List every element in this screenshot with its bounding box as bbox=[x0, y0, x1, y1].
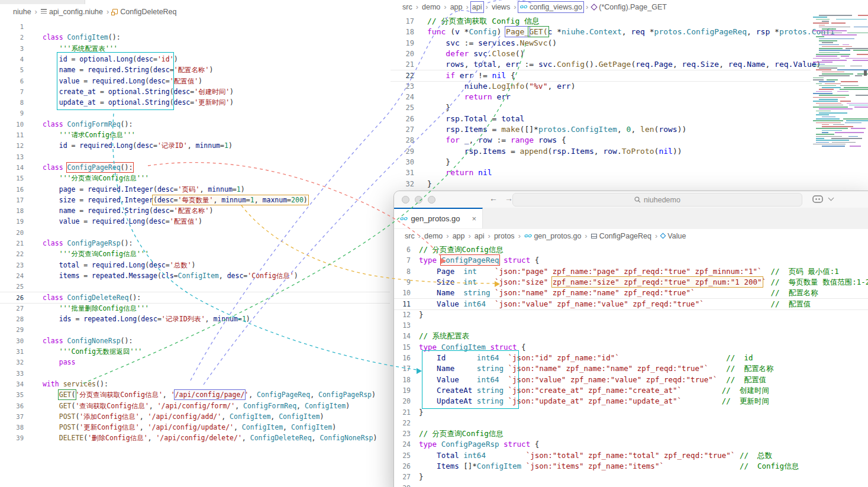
code-line: } bbox=[419, 472, 424, 482]
go-file-icon: GO bbox=[400, 216, 407, 221]
code-area[interactable]: 6// 分页查询Config信息7type ConfigPageReq stru… bbox=[394, 243, 868, 487]
code-line: create_at = optional.String(desc='创建时间') bbox=[43, 86, 234, 97]
line-number: 23 bbox=[391, 81, 414, 92]
forward-button[interactable]: → bbox=[505, 193, 513, 203]
line-number: 15 bbox=[0, 173, 24, 183]
code-line: GET('查询获取Config信息', '/api/config/form/',… bbox=[43, 401, 350, 411]
breadcrumb-item-gen-protos-go[interactable]: GOgen_protos.go bbox=[524, 232, 581, 240]
tab-gen-protos[interactable]: GO gen_protos.go × bbox=[394, 208, 483, 228]
code-line: } bbox=[419, 407, 424, 418]
maximize-window-button[interactable] bbox=[428, 196, 435, 204]
line-number: 28 bbox=[394, 483, 411, 487]
breadcrumb-item-demo[interactable]: demo bbox=[424, 232, 443, 240]
breadcrumb-separator: › bbox=[488, 231, 491, 240]
code-line: '''分页查询Config信息''' bbox=[43, 173, 149, 183]
go-icon: GO bbox=[524, 233, 531, 238]
code-line: ids = repeated.Long(desc='记录ID列表', minnu… bbox=[43, 314, 250, 324]
floating-editor-window: ← → niuhedemo GO gen_protos.go × src›dem… bbox=[393, 191, 868, 487]
file-lines-icon bbox=[41, 9, 47, 14]
annotation-box-green: GET( bbox=[529, 27, 547, 36]
code-line: niuhe.LogInfo("%v", err) bbox=[427, 81, 576, 92]
tab-label: gen_protos.go bbox=[411, 214, 460, 223]
breadcrumb-item--config-page-get[interactable]: (*Config).Page_GET bbox=[592, 3, 667, 11]
breadcrumb-separator: › bbox=[486, 2, 488, 11]
close-window-button[interactable] bbox=[402, 196, 409, 204]
line-number: 25 bbox=[0, 281, 24, 292]
breadcrumb-separator: › bbox=[518, 231, 521, 240]
code-line: type ConfigPageRsp struct { bbox=[419, 439, 539, 450]
line-number: 26 bbox=[0, 292, 24, 303]
code-line: '''请求Config信息''' bbox=[43, 130, 135, 140]
code-line: '''系统配置表''' bbox=[43, 43, 118, 54]
breadcrumb-item-src[interactable]: src bbox=[402, 3, 412, 11]
close-tab-icon[interactable]: × bbox=[472, 214, 476, 223]
minimap[interactable] bbox=[812, 15, 866, 150]
line-number: 28 bbox=[391, 135, 414, 146]
struct-icon bbox=[591, 234, 597, 238]
scrollbar-marker[interactable] bbox=[864, 70, 867, 76]
line-number: 6 bbox=[0, 76, 24, 86]
line-number: 22 bbox=[391, 70, 414, 81]
annotation-box-purple: Page_ bbox=[506, 27, 529, 36]
code-line: Name string `json:"name" zpf_name:"name"… bbox=[419, 288, 818, 298]
breadcrumb-item-api[interactable]: api bbox=[472, 3, 482, 11]
line-number: 19 bbox=[0, 216, 24, 227]
go-icon: GO bbox=[519, 4, 527, 9]
breadcrumb-item-protos[interactable]: protos bbox=[494, 232, 515, 240]
line-number: 23 bbox=[394, 428, 411, 439]
breadcrumb-item-api-config-niuhe[interactable]: api_config.niuhe bbox=[41, 8, 103, 16]
line-number: 19 bbox=[391, 38, 414, 49]
code-line: total = required.Long(desc='总数') bbox=[43, 260, 196, 270]
code-line: '''Config无数据返回''' bbox=[43, 346, 142, 357]
copilot-icon[interactable] bbox=[812, 194, 824, 205]
line-number: 7 bbox=[394, 255, 411, 266]
breadcrumb-item-app[interactable]: app bbox=[450, 3, 463, 11]
line-number: 17 bbox=[394, 363, 411, 374]
left-editor-panel: niuhe›api_config.niuhe›ConfigDeleteReq 1… bbox=[0, 0, 391, 487]
line-number: 27 bbox=[391, 124, 414, 135]
code-line: class ConfigPageRsp(): bbox=[43, 238, 133, 249]
command-center-search[interactable]: niuhedemo bbox=[512, 193, 802, 207]
code-line: class ConfigPageReq(): bbox=[43, 162, 133, 173]
breadcrumb-item-configpagereq[interactable]: ConfigPageReq bbox=[591, 232, 651, 240]
breadcrumb-item-config-views-go[interactable]: GOconfig_views.go bbox=[519, 3, 582, 11]
code-line: CreateAt string `json:"create_at" zpf_na… bbox=[419, 385, 769, 396]
line-number: 21 bbox=[391, 59, 414, 70]
window-titlebar[interactable]: ← → niuhedemo bbox=[394, 191, 868, 208]
breadcrumb: niuhe›api_config.niuhe›ConfigDeleteReq bbox=[13, 7, 177, 16]
code-line: class ConfigNoneRsp(): bbox=[43, 336, 133, 346]
search-input-value: niuhedemo bbox=[644, 196, 680, 204]
line-number: 7 bbox=[0, 86, 24, 97]
breadcrumb-item-configdeletereq[interactable]: ConfigDeleteReq bbox=[112, 8, 176, 16]
breadcrumb-item-demo[interactable]: demo bbox=[422, 3, 440, 11]
back-button[interactable]: ← bbox=[489, 193, 498, 203]
line-number: 20 bbox=[391, 49, 414, 59]
breadcrumb-item-app[interactable]: app bbox=[453, 232, 465, 240]
breadcrumb-item-value[interactable]: Value bbox=[661, 232, 686, 240]
breadcrumb-separator: › bbox=[446, 231, 448, 240]
line-number: 11 bbox=[394, 299, 411, 309]
line-number: 13 bbox=[0, 151, 24, 162]
breadcrumb: src›demo›app›api›protos›GOgen_protos.go›… bbox=[405, 231, 686, 240]
line-number: 13 bbox=[394, 320, 411, 331]
code-line: rsp.Items = make([]*protos.ConfigItem, 0… bbox=[427, 124, 686, 135]
breadcrumb-separator: › bbox=[107, 7, 109, 16]
line-number: 38 bbox=[0, 422, 24, 433]
line-number: 10 bbox=[394, 288, 411, 298]
search-icon bbox=[634, 196, 641, 203]
breadcrumb-separator: › bbox=[655, 231, 657, 240]
breadcrumb-item-views[interactable]: views bbox=[492, 3, 510, 11]
method-purple-icon bbox=[591, 4, 598, 10]
code-line: '''批量删除Config信息''' bbox=[43, 303, 149, 314]
line-number: 9 bbox=[0, 108, 24, 118]
tab-bar: GO gen_protos.go × bbox=[394, 208, 868, 230]
line-number: 16 bbox=[394, 353, 411, 363]
breadcrumb-item-api[interactable]: api bbox=[475, 232, 485, 240]
breadcrumb-item-niuhe[interactable]: niuhe bbox=[13, 8, 31, 16]
line-number: 30 bbox=[0, 336, 24, 346]
minimize-window-button[interactable] bbox=[415, 196, 422, 204]
breadcrumb-item-src[interactable]: src bbox=[405, 232, 415, 240]
code-line: } bbox=[427, 157, 450, 167]
chevron-down-icon[interactable] bbox=[828, 195, 834, 201]
line-number: 8 bbox=[0, 97, 24, 108]
